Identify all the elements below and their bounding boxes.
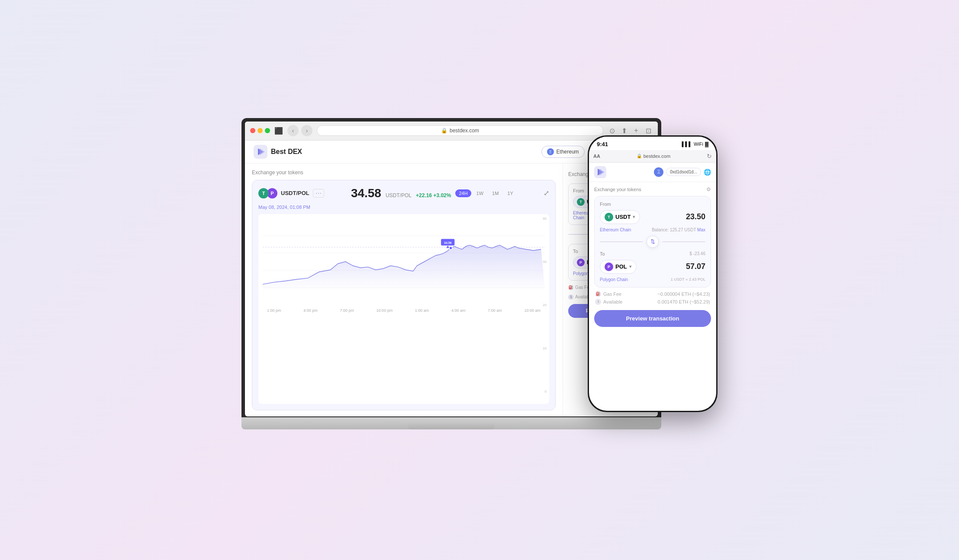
signal-icon: ▌▌▌	[682, 141, 692, 147]
mobile-lock-icon: 🔒	[637, 154, 642, 158]
mobile-header-right: Ξ 0xd1dsod1d... 🌐	[654, 167, 711, 177]
mobile-aa-text[interactable]: AA	[593, 154, 600, 159]
chart-date: May 08, 2024, 01:08 PM	[258, 205, 549, 210]
token-icons: T P	[258, 188, 277, 198]
x-label-4: 10:00 pm	[377, 308, 393, 313]
close-dot[interactable]	[250, 128, 255, 133]
mobile-settings-icon[interactable]: ⚙	[706, 186, 711, 192]
mobile-screen: 9:41 ▌▌▌ WiFi ▓ AA 🔒 bestdex.com ↻	[589, 137, 716, 411]
mobile-header: Ξ 0xd1dsod1d... 🌐	[589, 163, 716, 182]
tab-24h[interactable]: 24H	[455, 189, 471, 197]
mobile-url: bestdex.com	[644, 154, 670, 159]
usdt-icon: T	[258, 188, 269, 198]
x-label-8: 10:00 am	[524, 308, 541, 313]
price-change: +22.16 +3.02%	[416, 192, 451, 198]
ethereum-button[interactable]: Ξ Ethereum	[541, 146, 585, 158]
mobile-available-left: ℹ Available	[595, 299, 622, 305]
mobile-from-amount[interactable]: 23.50	[686, 212, 705, 221]
maximize-dot[interactable]	[265, 128, 270, 133]
svg-text:34.58: 34.58	[444, 240, 451, 244]
mobile-eth-icon: Ξ	[654, 167, 663, 177]
mobile-body: 9:41 ▌▌▌ WiFi ▓ AA 🔒 bestdex.com ↻	[588, 135, 718, 412]
x-label-5: 1:00 am	[415, 308, 429, 313]
address-bar[interactable]: 🔒 bestdex.com	[317, 125, 603, 136]
pair-name: USDT/POL	[281, 190, 309, 196]
chart-header: T P USDT/POL ⋯ 34.58	[258, 186, 549, 200]
pair-menu-icon[interactable]: ⋯	[313, 189, 324, 198]
mobile-from-token-select[interactable]: T USDT ▾	[600, 210, 640, 224]
from-token-icon: T	[577, 198, 585, 206]
gas-icon: ⛽	[568, 285, 573, 290]
mobile-available-label: Available	[603, 299, 622, 304]
eth-icon: Ξ	[547, 148, 554, 155]
mobile-to-rate: 1 USDT = 2.43 POL	[671, 277, 705, 282]
mobile-content: Exchange your tokens ⚙ From T USDT ▾	[589, 182, 716, 411]
mobile-swap-card: From T USDT ▾ 23.50 Ethereum Chain	[594, 196, 711, 288]
pair-info: T P USDT/POL ⋯	[258, 188, 324, 198]
price-pair-label: USDT/POL	[386, 192, 412, 198]
x-label-2: 4:00 pm	[303, 308, 318, 313]
mobile-max-button[interactable]: Max	[697, 227, 705, 232]
forward-button[interactable]: ›	[301, 125, 312, 136]
expand-icon[interactable]: ⤢	[544, 189, 549, 197]
mobile-section-label: Exchange your tokens ⚙	[594, 186, 711, 192]
mobile-preview-transaction-button[interactable]: Preview transaction	[594, 310, 711, 327]
y-label-30: 30	[543, 260, 547, 264]
mobile-to-usd: $ -23.46	[689, 251, 705, 256]
mobile-address-bar[interactable]: 🔒 bestdex.com	[604, 154, 703, 159]
mobile-device: 9:41 ▌▌▌ WiFi ▓ AA 🔒 bestdex.com ↻	[588, 135, 718, 412]
tab-1y[interactable]: 1Y	[504, 189, 516, 197]
back-button[interactable]: ‹	[287, 125, 299, 136]
y-label-40: 40	[543, 217, 547, 221]
mobile-browser-chrome: AA 🔒 bestdex.com ↻	[589, 150, 716, 163]
chart-area: 40 30 20 10 0	[258, 214, 549, 404]
mobile-from-chevron: ▾	[633, 214, 635, 220]
tabs-icon[interactable]: ⊡	[644, 126, 653, 135]
mobile-gas-row: ⛽ Gas Fee ~0.000004 ETH (~$4.23)	[595, 291, 710, 297]
x-label-1: 1:00 pm	[267, 308, 281, 313]
mobile-slider-right	[662, 241, 705, 242]
mobile-globe-icon[interactable]: 🌐	[704, 169, 711, 176]
time-tabs: 24H 1W 1M 1Y	[455, 189, 516, 197]
mobile-refresh-button[interactable]: ↻	[707, 153, 712, 160]
app-logo: Best DEX	[254, 145, 302, 159]
tab-1m[interactable]: 1M	[489, 189, 502, 197]
mobile-info-circle-icon: ℹ	[595, 299, 601, 305]
mobile-from-token-name: USDT	[615, 214, 631, 220]
status-icons: ▌▌▌ WiFi ▓	[682, 141, 708, 147]
chart-svg: 34.58	[263, 218, 545, 305]
browser-nav: ‹ ›	[287, 125, 312, 136]
x-label-6: 4:00 am	[451, 308, 466, 313]
x-label-7: 7:00 am	[488, 308, 502, 313]
new-tab-icon[interactable]: +	[632, 126, 640, 135]
wifi-icon: WiFi	[694, 141, 703, 147]
mobile-to-token-select[interactable]: P POL ▾	[600, 260, 637, 274]
mobile-gas-value: ~0.000004 ETH (~$4.23)	[657, 291, 710, 297]
mobile-to-label: To	[600, 251, 605, 256]
mobile-to-row: P POL ▾ 57.07	[600, 260, 705, 274]
mobile-gas-icon: ⛽	[595, 291, 601, 297]
tab-1w[interactable]: 1W	[473, 189, 487, 197]
mobile-to-token-icon: P	[605, 262, 613, 271]
mobile-from-row: T USDT ▾ 23.50	[600, 210, 705, 224]
lock-icon: 🔒	[441, 128, 447, 134]
laptop-stand	[408, 422, 495, 429]
mobile-swap-direction-button[interactable]: ⇅	[647, 236, 659, 248]
laptop-body	[241, 417, 661, 429]
mobile-available-value: 0.001470 ETH (~$52.29)	[658, 299, 710, 304]
mobile-slider-row: ⇅	[600, 236, 705, 248]
mobile-from-chain: Ethereum Chain	[600, 227, 631, 232]
share-icon[interactable]: ⬆	[620, 126, 628, 135]
download-icon[interactable]: ⊙	[608, 126, 616, 135]
mobile-info-section: ⛽ Gas Fee ~0.000004 ETH (~$4.23) ℹ Avail…	[594, 291, 711, 305]
price-value: 34.58	[351, 186, 381, 200]
minimize-dot[interactable]	[257, 128, 263, 133]
mobile-wallet-address[interactable]: 0xd1dsod1d...	[666, 168, 701, 176]
ethereum-label: Ethereum	[557, 149, 579, 155]
browser-dots	[250, 128, 270, 133]
tab-icon: ⬛	[274, 126, 283, 135]
browser-url: bestdex.com	[450, 128, 479, 134]
logo-text: Best DEX	[271, 148, 302, 156]
mobile-logo-icon	[594, 166, 606, 178]
y-label-0: 0	[545, 390, 547, 394]
